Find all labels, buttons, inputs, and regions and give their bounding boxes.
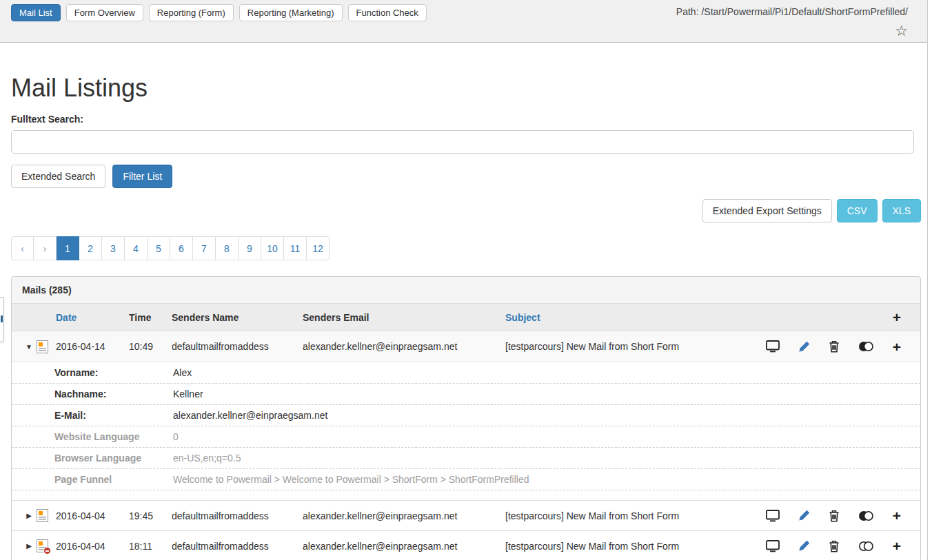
mail-sender-email: alexander.kellner@einpraegsam.net <box>303 341 505 352</box>
delete-trash-icon[interactable] <box>829 510 840 522</box>
tab-reporting-marketing[interactable]: Reporting (Marketing) <box>239 4 343 21</box>
pagination: ‹ › 1 2 3 4 5 6 7 8 9 10 11 12 <box>11 236 330 260</box>
column-header-subject[interactable]: Subject <box>505 312 766 323</box>
detail-label: Browser Language <box>54 453 173 464</box>
detail-value: Kellner <box>173 388 203 400</box>
fulltext-search-input[interactable] <box>11 130 914 154</box>
mail-date: 2016-04-04 <box>56 541 129 552</box>
table-row: ▶ 2016-04-04 18:11 defaultmailfromaddess… <box>12 530 920 560</box>
csv-export-button[interactable]: CSV <box>837 199 878 222</box>
mail-time: 10:49 <box>129 341 172 352</box>
xls-export-button[interactable]: XLS <box>882 199 921 222</box>
detail-label: Website Language <box>54 431 173 442</box>
preview-monitor-icon[interactable] <box>766 510 780 522</box>
page-title: Mail Listings <box>11 74 921 103</box>
pagination-page-2[interactable]: 2 <box>79 236 102 260</box>
preview-monitor-icon[interactable] <box>766 340 780 353</box>
pagination-page-4[interactable]: 4 <box>125 236 148 260</box>
hide-toggle-on-icon[interactable] <box>858 341 874 352</box>
preview-monitor-icon[interactable] <box>766 540 780 552</box>
mails-panel-title: Mails (285) <box>12 277 920 304</box>
extended-search-button[interactable]: Extended Search <box>11 165 105 188</box>
detail-value: Welcome to Powermail > Welcome to Powerm… <box>173 474 529 485</box>
pagination-page-9[interactable]: 9 <box>239 236 261 260</box>
mail-date: 2016-04-04 <box>56 510 129 521</box>
detail-value: Alex <box>173 367 192 378</box>
table-row: ▼ 2016-04-14 10:49 defaultmailfromaddess… <box>12 331 920 362</box>
delete-trash-icon[interactable] <box>829 540 840 552</box>
mail-sender-name: defaultmailfromaddess <box>172 510 303 521</box>
detail-label: Nachname: <box>54 388 173 400</box>
extended-export-settings-button[interactable]: Extended Export Settings <box>702 199 832 222</box>
breadcrumb-path: Path: /Start/Powermail/Pi1/Default/Short… <box>676 6 908 17</box>
module-tabs: Mail List Form Overview Reporting (Form)… <box>11 4 427 21</box>
add-column-icon[interactable]: + <box>893 310 901 324</box>
detail-row-browser-language: Browser Language en-US,en;q=0.5 <box>12 448 920 469</box>
detail-value: alexander.kellner@einpraegsam.net <box>173 410 327 421</box>
mails-panel: Mails (285) Date Time Senders Name Sende… <box>11 276 921 560</box>
tab-reporting-form[interactable]: Reporting (Form) <box>149 4 234 21</box>
mail-time: 19:45 <box>129 510 172 521</box>
record-type-icon[interactable] <box>37 509 56 522</box>
column-header-senders-email: Senders Email <box>303 312 505 323</box>
detail-label: Vorname: <box>54 367 173 378</box>
pagination-next[interactable]: › <box>34 236 57 260</box>
detail-value: 0 <box>173 431 179 442</box>
pagination-page-8[interactable]: 8 <box>216 236 239 260</box>
more-plus-icon[interactable]: + <box>893 539 901 553</box>
expand-toggle-icon[interactable]: ▶ <box>21 512 37 519</box>
detail-label: Page Funnel <box>54 474 173 485</box>
table-header-row: Date Time Senders Name Senders Email Sub… <box>12 304 920 331</box>
filter-list-button[interactable]: Filter List <box>112 165 172 188</box>
pagination-page-6[interactable]: 6 <box>170 236 193 260</box>
delete-trash-icon[interactable] <box>829 340 840 353</box>
mail-subject: [testparcours] New Mail from Short Form <box>505 541 766 552</box>
more-plus-icon[interactable]: + <box>893 340 901 354</box>
pagination-page-12[interactable]: 12 <box>307 236 330 260</box>
detail-value: en-US,en;q=0.5 <box>173 453 241 464</box>
mail-detail-section: Vorname: Alex Nachname: Kellner E-Mail: … <box>12 362 920 500</box>
mail-subject: [testparcours] New Mail from Short Form <box>505 341 766 352</box>
edit-pencil-icon[interactable] <box>798 510 810 521</box>
record-type-icon[interactable] <box>37 340 56 353</box>
pagination-page-7[interactable]: 7 <box>193 236 216 260</box>
detail-row-page-funnel: Page Funnel Welcome to Powermail > Welco… <box>12 469 920 490</box>
hide-toggle-on-icon[interactable] <box>858 510 874 521</box>
main-content: Mail Listings Fulltext Search: Extended … <box>0 43 932 560</box>
bookmark-star-icon[interactable]: ☆ <box>895 23 908 38</box>
pagination-page-10[interactable]: 10 <box>261 236 284 260</box>
detail-label: E-Mail: <box>54 410 173 421</box>
unhide-toggle-off-icon[interactable] <box>858 541 874 552</box>
fulltext-search-label: Fulltext Search: <box>11 114 921 125</box>
detail-row-nachname: Nachname: Kellner <box>12 384 920 405</box>
mail-sender-email: alexander.kellner@einpraegsam.net <box>303 510 505 521</box>
mail-date: 2016-04-14 <box>56 341 129 352</box>
pagination-page-11[interactable]: 11 <box>284 236 307 260</box>
column-header-senders-name: Senders Name <box>172 312 303 323</box>
edit-pencil-icon[interactable] <box>798 341 810 353</box>
mail-sender-name: defaultmailfromaddess <box>172 341 303 352</box>
mail-subject: [testparcours] New Mail from Short Form <box>505 510 766 521</box>
column-header-time: Time <box>129 312 172 323</box>
mail-sender-email: alexander.kellner@einpraegsam.net <box>303 541 505 552</box>
pagination-prev[interactable]: ‹ <box>11 236 34 260</box>
more-plus-icon[interactable]: + <box>893 508 901 523</box>
hidden-record-overlay-icon <box>43 547 51 554</box>
record-type-icon-hidden[interactable] <box>37 539 56 552</box>
detail-row-website-language: Website Language 0 <box>12 426 920 448</box>
edit-pencil-icon[interactable] <box>798 540 810 552</box>
tab-form-overview[interactable]: Form Overview <box>66 4 143 21</box>
column-header-date[interactable]: Date <box>56 312 129 323</box>
tab-function-check[interactable]: Function Check <box>348 4 427 21</box>
collapse-toggle-icon[interactable]: ▼ <box>21 343 37 351</box>
mail-time: 18:11 <box>129 541 172 552</box>
pagination-page-5[interactable]: 5 <box>148 236 170 260</box>
pagination-page-3[interactable]: 3 <box>102 236 125 260</box>
detail-row-email: E-Mail: alexander.kellner@einpraegsam.ne… <box>12 405 920 426</box>
pagination-page-1[interactable]: 1 <box>57 236 79 260</box>
detail-row-vorname: Vorname: Alex <box>12 362 920 384</box>
table-row: ▶ 2016-04-04 19:45 defaultmailfromaddess… <box>12 500 920 530</box>
mail-sender-name: defaultmailfromaddess <box>172 541 303 552</box>
expand-toggle-icon[interactable]: ▶ <box>21 542 37 550</box>
tab-mail-list[interactable]: Mail List <box>11 4 61 21</box>
